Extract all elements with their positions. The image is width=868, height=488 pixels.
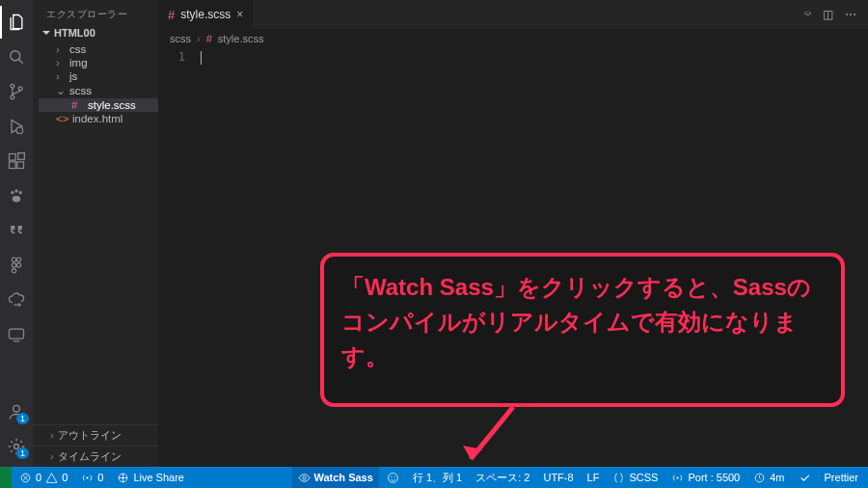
status-port[interactable]: Port : 5500 — [665, 467, 746, 488]
branch-icon — [7, 82, 26, 101]
file-tree: ›css ›img ›js ⌄scss #style.scss <>index.… — [33, 42, 158, 125]
close-icon[interactable]: × — [236, 8, 243, 21]
paw-icon — [7, 186, 26, 205]
svg-rect-6 — [10, 162, 16, 169]
debug-icon — [7, 117, 26, 136]
figma-icon — [7, 256, 26, 275]
svg-point-28 — [677, 476, 679, 478]
status-lang[interactable]: SCSS — [607, 467, 664, 488]
svg-point-4 — [16, 127, 23, 134]
cloud-arrow-icon — [7, 290, 26, 310]
smile-icon — [387, 472, 399, 484]
folder-label: js — [69, 70, 77, 82]
status-bar: 0 0 0 Live Share Watch Sass 行 1、列 1 スペース… — [0, 467, 868, 488]
radio-icon — [81, 472, 94, 484]
svg-rect-18 — [10, 329, 24, 339]
status-prettier[interactable]: Prettier — [819, 467, 864, 488]
check-icon — [799, 472, 811, 484]
search-icon — [7, 47, 26, 67]
status-liveshare[interactable]: Live Share — [111, 467, 190, 488]
status-encoding[interactable]: UTF-8 — [537, 467, 579, 488]
badge: 1 — [16, 413, 29, 424]
ab-figma[interactable] — [0, 249, 33, 282]
status-prettier-check[interactable] — [793, 467, 817, 488]
ab-account[interactable]: 1 — [0, 395, 33, 428]
more-icon[interactable]: ⋯ — [845, 8, 856, 21]
svg-point-22 — [87, 476, 89, 478]
sidebar-timeline[interactable]: ›タイムライン — [33, 446, 158, 467]
ab-paw[interactable] — [0, 179, 33, 212]
status-time[interactable]: 4m — [747, 467, 790, 488]
tree-folder-css[interactable]: ›css — [39, 42, 158, 56]
ab-quotes[interactable] — [0, 214, 33, 247]
status-watch-sass[interactable]: Watch Sass — [292, 467, 379, 488]
radio-icon — [671, 472, 684, 484]
extensions-icon — [7, 151, 26, 171]
svg-point-10 — [14, 189, 17, 192]
badge: 1 — [16, 447, 29, 459]
svg-point-13 — [12, 258, 15, 261]
svg-point-1 — [11, 84, 14, 88]
tree-file-stylescss[interactable]: #style.scss — [39, 98, 158, 112]
chevron-right-icon: › — [197, 33, 201, 44]
compare-icon[interactable]: ⌔ — [804, 8, 811, 21]
ab-search[interactable] — [0, 41, 33, 73]
tab-label: style.scss — [180, 8, 231, 21]
breadcrumb[interactable]: scss › # style.scss — [158, 29, 868, 48]
svg-point-9 — [11, 191, 14, 194]
svg-rect-7 — [17, 162, 24, 169]
file-label: index.html — [72, 113, 122, 124]
tree-file-index[interactable]: <>index.html — [39, 112, 158, 125]
clock-icon — [753, 472, 766, 484]
folder-label: scss — [69, 85, 92, 96]
sidebar-outline[interactable]: ›アウトライン — [33, 424, 158, 446]
ab-settings[interactable]: 1 — [0, 430, 33, 463]
ab-explorer[interactable] — [0, 6, 33, 39]
device-icon — [7, 325, 26, 344]
scss-icon: # — [206, 33, 212, 44]
svg-point-24 — [302, 475, 305, 478]
gutter: 1 — [158, 48, 201, 467]
status-ports[interactable]: 0 — [75, 467, 109, 488]
svg-point-27 — [393, 475, 394, 476]
tree-folder-js[interactable]: ›js — [39, 69, 158, 83]
remote-indicator[interactable] — [0, 467, 12, 488]
quotes-icon — [7, 221, 26, 240]
status-eol[interactable]: LF — [582, 467, 606, 488]
tab-stylescss[interactable]: # style.scss × — [158, 0, 253, 29]
file-label: style.scss — [88, 99, 136, 111]
braces-icon — [612, 472, 625, 484]
svg-point-16 — [16, 263, 20, 267]
ab-cloud[interactable] — [0, 284, 33, 316]
ab-scm[interactable] — [0, 75, 33, 108]
svg-point-12 — [13, 196, 20, 203]
status-problems[interactable]: 0 0 — [14, 467, 73, 488]
html-icon: <> — [56, 113, 68, 124]
svg-point-19 — [14, 405, 20, 412]
svg-point-0 — [11, 51, 20, 61]
line-number: 1 — [158, 50, 185, 64]
cursor — [201, 51, 202, 65]
folder-label: img — [69, 57, 88, 68]
folder-label: css — [69, 43, 86, 55]
split-icon[interactable]: ◫ — [823, 8, 833, 21]
tree-folder-scss[interactable]: ⌄scss — [39, 83, 158, 98]
ab-ext[interactable] — [0, 145, 33, 177]
status-cursor-pos[interactable]: 行 1、列 1 — [407, 467, 468, 488]
annotation-callout: 「Watch Sass」をクリックすると、Sassのコンパイルがリアルタイムで有… — [320, 253, 845, 407]
crumb-segment[interactable]: style.scss — [218, 33, 264, 44]
error-icon — [19, 472, 32, 484]
tab-bar: # style.scss × ⌔ ◫ ⋯ — [158, 0, 868, 29]
ab-device[interactable] — [0, 318, 33, 351]
tree-folder-img[interactable]: ›img — [39, 56, 158, 69]
scss-icon: # — [168, 8, 175, 22]
crumb-segment[interactable]: scss — [170, 33, 191, 44]
sidebar-title: エクスプローラー — [33, 0, 158, 25]
files-icon — [7, 13, 26, 32]
status-indent[interactable]: スペース: 2 — [470, 467, 535, 488]
ab-debug[interactable] — [0, 110, 33, 143]
project-title[interactable]: HTML00 — [33, 25, 158, 42]
status-feedback[interactable] — [381, 467, 405, 488]
liveshare-icon — [117, 472, 129, 484]
eye-icon — [298, 472, 311, 484]
